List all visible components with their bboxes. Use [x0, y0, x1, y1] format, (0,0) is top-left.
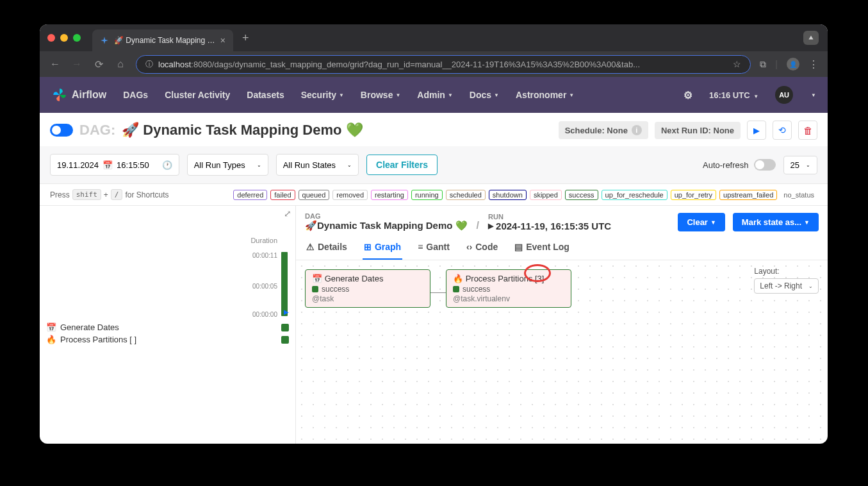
page-limit-select[interactable]: 25 ⌄: [783, 156, 817, 174]
task-row-process-partitions[interactable]: 🔥 Process Partitions [ ]: [40, 333, 295, 346]
fire-icon: 🔥: [46, 335, 56, 344]
legend-queued[interactable]: queued: [299, 190, 330, 200]
node-status: success: [322, 285, 349, 294]
url-text: localhost:8080/dags/dynamic_task_mapping…: [158, 60, 728, 69]
nav-docs[interactable]: Docs▼: [470, 90, 499, 100]
dag-title: 🚀 Dynamic Task Mapping Demo 💚: [122, 122, 363, 138]
minimize-window[interactable]: [60, 34, 68, 42]
nav-astronomer[interactable]: Astronomer▼: [516, 90, 574, 100]
node-process-partitions[interactable]: 🔥 Process Partitions [3] success @task.v…: [446, 269, 571, 308]
airflow-logo[interactable]: Airflow: [51, 87, 106, 103]
new-tab-button[interactable]: +: [238, 31, 253, 45]
dag-breadcrumb[interactable]: 🚀Dynamic Task Mapping Demo 💚: [305, 220, 468, 231]
browser-menu-icon[interactable]: ⋮: [808, 58, 819, 71]
log-icon: ▤: [514, 242, 523, 252]
browser-tab-bar: 🚀 Dynamic Task Mapping De × +: [40, 24, 828, 51]
tab-gantt[interactable]: ≡Gantt: [416, 238, 451, 260]
tab-details[interactable]: ⚠Details: [305, 238, 348, 260]
browser-tab-active[interactable]: 🚀 Dynamic Task Mapping De ×: [92, 29, 233, 51]
refresh-dag-button[interactable]: ⟲: [773, 121, 792, 140]
nav-admin[interactable]: Admin▼: [417, 90, 452, 100]
dag-enable-toggle[interactable]: [50, 124, 73, 137]
info-icon[interactable]: i: [632, 125, 642, 135]
legend-restarting[interactable]: restarting: [371, 190, 408, 200]
calendar-icon: 📅: [312, 274, 322, 283]
tick-label: 00:00:11: [252, 252, 277, 259]
layout-label: Layout:: [754, 267, 819, 276]
user-menu[interactable]: AU: [775, 86, 793, 104]
legend-nostatus[interactable]: no_status: [780, 190, 817, 199]
node-generate-dates[interactable]: 📅 Generate Dates success @task: [305, 269, 430, 308]
clock-icon: 🕐: [162, 160, 172, 170]
autorefresh-label: Auto-refresh: [703, 160, 749, 170]
mark-state-button[interactable]: Mark state as... ▼: [733, 213, 819, 231]
node-decorator: @task: [312, 294, 423, 303]
nav-browse[interactable]: Browse▼: [361, 90, 401, 100]
run-bar[interactable]: [281, 252, 288, 316]
maximize-window[interactable]: [73, 34, 81, 42]
close-window[interactable]: [47, 34, 55, 42]
date-input[interactable]: 19.11.2024 📅 16:15:50 🕐: [50, 154, 179, 176]
dag-label: DAG: [305, 212, 468, 220]
run-types-select[interactable]: All Run Types ⌄: [187, 154, 268, 176]
tab-overflow-indicator[interactable]: [803, 31, 819, 45]
legend-shutdown[interactable]: shutdown: [489, 190, 527, 200]
duration-label: Duration: [250, 237, 277, 244]
run-breadcrumb[interactable]: ▶ 2024-11-19, 16:15:35 UTC: [488, 221, 611, 231]
nav-cluster-activity[interactable]: Cluster Activity: [165, 90, 230, 100]
nav-dags[interactable]: DAGs: [123, 90, 148, 100]
legend-skipped[interactable]: skipped: [530, 190, 562, 200]
forward-button[interactable]: →: [70, 58, 83, 71]
tab-event-log[interactable]: ▤Event Log: [513, 238, 571, 260]
legend-up_for_reschedule[interactable]: up_for_reschedule: [602, 190, 667, 200]
gear-icon[interactable]: ⚙: [684, 89, 692, 101]
window-controls: [47, 34, 81, 42]
bookmark-icon[interactable]: ☆: [733, 59, 741, 69]
time-display[interactable]: 16:16 UTC ▼: [709, 90, 758, 100]
legend-deferred[interactable]: deferred: [233, 190, 267, 200]
calendar-icon: 📅: [102, 160, 113, 170]
graph-edge: [430, 292, 446, 293]
trigger-dag-button[interactable]: ▶: [747, 121, 766, 140]
task-row-generate-dates[interactable]: 📅 Generate Dates: [40, 321, 295, 333]
legend-scheduled[interactable]: scheduled: [446, 190, 486, 200]
status-box[interactable]: [281, 336, 289, 344]
chevron-down-icon: ⌄: [347, 162, 352, 168]
legend-running[interactable]: running: [411, 190, 443, 200]
site-info-icon[interactable]: ⓘ: [145, 59, 153, 70]
back-button[interactable]: ←: [49, 58, 61, 71]
tab-code[interactable]: ‹›Code: [465, 238, 499, 260]
reload-button[interactable]: ⟳: [92, 58, 105, 71]
nav-datasets[interactable]: Datasets: [247, 90, 284, 100]
status-box: [312, 286, 318, 292]
layout-select[interactable]: Left -> Right⌄: [754, 278, 819, 294]
task-label: Process Partitions [ ]: [60, 335, 136, 344]
legend-failed[interactable]: failed: [270, 190, 295, 200]
autorefresh-toggle[interactable]: [754, 159, 776, 171]
schedule-badge: Schedule: None i: [559, 121, 648, 139]
gantt-icon: ≡: [418, 242, 423, 252]
url-input[interactable]: ⓘ localhost:8080/dags/dynamic_task_mappi…: [136, 55, 751, 74]
legend-up_for_retry[interactable]: up_for_retry: [671, 190, 716, 200]
run-states-select[interactable]: All Run States ⌄: [276, 154, 359, 176]
breadcrumb-separator: /: [475, 220, 480, 231]
nav-security[interactable]: Security▼: [301, 90, 344, 100]
home-button[interactable]: ⌂: [114, 58, 127, 71]
details-pane: DAG 🚀Dynamic Task Mapping Demo 💚 / Run ▶…: [296, 206, 828, 444]
profile-avatar[interactable]: 👤: [787, 58, 799, 71]
legend-upstream_failed[interactable]: upstream_failed: [719, 190, 777, 200]
status-box[interactable]: [281, 324, 289, 331]
legend-success[interactable]: success: [565, 190, 598, 200]
clear-filters-button[interactable]: Clear Filters: [366, 155, 438, 175]
tick-label: 00:00:00: [252, 311, 277, 318]
node-title: Process Partitions [3]: [466, 274, 545, 283]
delete-dag-button[interactable]: 🗑: [798, 121, 817, 140]
clear-button[interactable]: Clear ▼: [678, 213, 725, 231]
tab-graph[interactable]: ⊞Graph: [363, 238, 402, 260]
code-icon: ‹›: [466, 242, 472, 252]
extensions-icon[interactable]: ⧉: [760, 59, 766, 70]
next-run-text: Next Run ID: None: [661, 126, 734, 135]
close-tab-icon[interactable]: ×: [220, 35, 225, 46]
graph-canvas[interactable]: Layout: Left -> Right⌄ 📅 Generate Dates …: [296, 260, 828, 444]
legend-removed[interactable]: removed: [332, 190, 368, 200]
